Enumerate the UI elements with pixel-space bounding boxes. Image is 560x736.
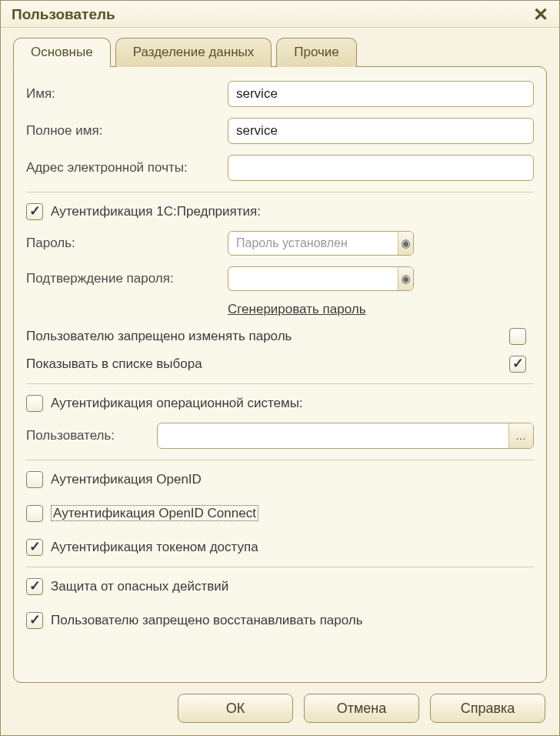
row-protect-actions: Защита от опасных действий xyxy=(26,578,534,595)
auth-1c-checkbox[interactable] xyxy=(26,203,43,220)
window-title: Пользователь xyxy=(12,6,115,23)
help-button[interactable]: Справка xyxy=(430,694,545,723)
user-dialog: Пользователь ✕ Основные Разделение данны… xyxy=(0,0,560,736)
button-bar: ОК Отмена Справка xyxy=(1,683,559,735)
cancel-button[interactable]: Отмена xyxy=(304,694,419,723)
tabpanel-main: Имя: Полное имя: Адрес электронной почты… xyxy=(13,66,547,683)
divider xyxy=(26,460,534,460)
openid-connect-checkbox[interactable] xyxy=(26,505,43,522)
row-os-auth: Аутентификация операционной системы: xyxy=(26,395,534,412)
email-label: Адрес электронной почты: xyxy=(26,160,228,176)
forbid-restore-label: Пользователю запрещено восстанавливать п… xyxy=(51,613,363,628)
row-openid: Аутентификация OpenID xyxy=(26,471,534,488)
os-user-input-wrap: … xyxy=(157,423,534,449)
row-generate-password: Сгенерировать пароль xyxy=(26,302,534,317)
fullname-label: Полное имя: xyxy=(26,123,228,139)
row-email: Адрес электронной почты: xyxy=(26,155,534,181)
row-os-user: Пользователь: … xyxy=(26,423,534,449)
password-confirm-reveal-icon[interactable]: ◉ xyxy=(398,267,413,290)
row-openid-connect: Аутентификация OpenID Connect xyxy=(26,505,534,522)
divider xyxy=(26,383,534,384)
tab-data-split[interactable]: Разделение данных xyxy=(115,38,272,67)
protect-actions-checkbox[interactable] xyxy=(26,578,43,595)
close-icon[interactable]: ✕ xyxy=(530,5,552,24)
row-password-confirm: Подтверждение пароля: ◉ xyxy=(26,266,534,291)
divider xyxy=(26,567,534,567)
titlebar: Пользователь ✕ xyxy=(1,1,559,28)
show-in-list-checkbox[interactable] xyxy=(509,356,526,373)
auth-1c-label: Аутентификация 1С:Предприятия: xyxy=(51,204,261,219)
row-auth-1c: Аутентификация 1С:Предприятия: xyxy=(26,203,534,220)
forbid-change-password-checkbox[interactable] xyxy=(509,328,526,345)
name-input[interactable] xyxy=(228,81,534,107)
password-label: Пароль: xyxy=(26,236,228,251)
os-user-input[interactable] xyxy=(158,423,508,448)
row-show-in-list: Показывать в списке выбора xyxy=(26,356,534,373)
ok-button[interactable]: ОК xyxy=(178,694,293,723)
tab-other[interactable]: Прочие xyxy=(276,38,357,67)
token-auth-checkbox[interactable] xyxy=(26,539,43,556)
row-token-auth: Аутентификация токеном доступа xyxy=(26,539,534,556)
row-fullname: Полное имя: xyxy=(26,118,534,144)
show-in-list-label: Показывать в списке выбора xyxy=(26,356,202,372)
password-input-wrap: ◉ xyxy=(228,231,414,256)
password-reveal-icon[interactable]: ◉ xyxy=(398,232,413,255)
row-name: Имя: xyxy=(26,81,534,107)
name-label: Имя: xyxy=(26,86,228,102)
tab-main[interactable]: Основные xyxy=(13,38,111,67)
forbid-change-password-label: Пользователю запрещено изменять пароль xyxy=(26,329,292,344)
divider xyxy=(26,192,534,192)
row-forbid-restore: Пользователю запрещено восстанавливать п… xyxy=(26,612,534,629)
openid-connect-label: Аутентификация OpenID Connect xyxy=(51,506,258,521)
os-auth-label: Аутентификация операционной системы: xyxy=(51,396,303,411)
os-auth-checkbox[interactable] xyxy=(26,395,43,412)
password-confirm-input[interactable] xyxy=(228,267,398,290)
forbid-restore-checkbox[interactable] xyxy=(26,612,43,629)
openid-checkbox[interactable] xyxy=(26,471,43,488)
password-confirm-input-wrap: ◉ xyxy=(228,266,414,291)
tabstrip: Основные Разделение данных Прочие xyxy=(13,37,547,66)
token-auth-label: Аутентификация токеном доступа xyxy=(51,540,258,555)
row-forbid-change-password: Пользователю запрещено изменять пароль xyxy=(26,328,534,345)
os-user-browse-button[interactable]: … xyxy=(508,423,533,448)
openid-label: Аутентификация OpenID xyxy=(51,472,202,487)
row-password: Пароль: ◉ xyxy=(26,231,534,256)
tabs-area: Основные Разделение данных Прочие Имя: П… xyxy=(1,28,559,683)
protect-actions-label: Защита от опасных действий xyxy=(51,579,228,594)
generate-password-link[interactable]: Сгенерировать пароль xyxy=(228,302,366,317)
fullname-input[interactable] xyxy=(228,118,534,144)
password-input[interactable] xyxy=(228,232,398,255)
openid-connect-focus: Аутентификация OpenID Connect xyxy=(51,505,258,521)
email-input[interactable] xyxy=(228,155,534,181)
password-confirm-label: Подтверждение пароля: xyxy=(26,271,228,286)
os-user-label: Пользователь: xyxy=(26,428,157,443)
